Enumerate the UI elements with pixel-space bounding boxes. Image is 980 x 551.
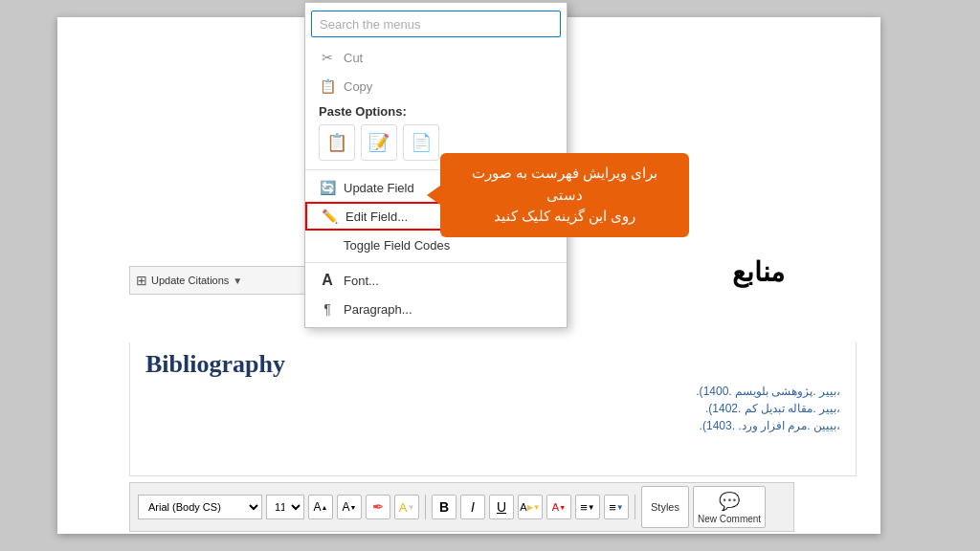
callout-line2: روی این گزینه کلیک کنید [454,206,676,228]
font-shrink-button[interactable]: A▼ [337,495,362,519]
edit-field-icon: ✏️ [321,208,338,225]
styles-label: Styles [651,501,679,513]
bib-line-3: ،بییین .مرم افزار ورد. .1403). [130,417,856,434]
paste-keep-source-button[interactable]: 📋 [319,124,355,161]
underline-button[interactable]: U [489,495,514,519]
comment-icon: 💬 [719,491,740,512]
cut-icon: ✂ [319,49,336,66]
toggle-field-icon [319,236,336,253]
font-menu-item[interactable]: A Font... [305,266,567,295]
dropdown-arrow-icon: ▼ [233,276,242,286]
toggle-field-codes-label: Toggle Field Codes [344,238,450,253]
font-label: Font... [344,274,379,288]
highlight-color-button[interactable]: A▶▼ [518,495,543,519]
format-toolbar: Arial (Body CS) 11 A▲ A▼ ✒ A▼ B I U A▶▼ … [129,482,794,532]
numbering-button[interactable]: ≡▼ [604,495,629,519]
font-menu-icon: A [319,272,336,289]
text-effects-button[interactable]: A▼ [394,495,419,519]
callout-box: برای ویرایش فهرست به صورت دستی روی این گ… [440,153,689,237]
bullets-button[interactable]: ≡▼ [575,495,600,519]
font-grow-button[interactable]: A▲ [308,495,333,519]
update-citations-label: Update Citations [151,275,229,286]
callout-line1: برای ویرایش فهرست به صورت دستی [454,163,676,206]
paste-merge-button[interactable]: 📝 [361,124,397,161]
styles-button[interactable]: Styles [641,486,689,528]
callout-arrow [427,186,440,205]
new-comment-button[interactable]: 💬 New Comment [693,486,766,528]
menu-search-box[interactable]: Search the menus [311,11,561,37]
paragraph-menu-icon: ¶ [319,300,336,318]
cut-menu-item[interactable]: ✂ Cut [305,43,567,72]
bibliography-title: Bibliography [130,342,856,383]
update-field-icon: 🔄 [319,179,336,196]
bold-button[interactable]: B [432,495,457,519]
paste-merge-icon: 📝 [368,132,390,153]
paragraph-label: Paragraph... [344,302,412,317]
toolbar-divider-2 [635,495,635,519]
font-name-dropdown[interactable]: Arial (Body CS) [138,495,262,519]
paragraph-menu-item[interactable]: ¶ Paragraph... [305,295,567,323]
edit-field-label: Edit Field... [345,209,408,224]
copy-icon: 📋 [319,77,336,95]
update-field-label: Update Field [344,181,414,195]
bibliography-box: Bibliography ،بییر .پژوهشی بلویسم .1400)… [129,342,857,476]
paste-text-icon: 📄 [411,132,432,153]
bib-line-1: ،بییر .پژوهشی بلویسم .1400). [130,383,856,400]
cut-label: Cut [344,51,363,65]
font-color-button[interactable]: A▼ [546,495,571,519]
paste-options-label: Paste Options: [305,100,567,122]
clear-format-button[interactable]: ✒ [366,495,390,519]
copy-menu-item[interactable]: 📋 Copy [305,72,567,100]
copy-label: Copy [344,79,372,94]
grid-icon: ⊞ [136,273,147,288]
paste-text-only-button[interactable]: 📄 [403,124,439,161]
menu-separator-2 [305,262,567,263]
toolbar-divider-1 [425,495,426,519]
new-comment-label: New Comment [698,514,761,524]
italic-button[interactable]: I [460,495,485,519]
search-placeholder-text: Search the menus [320,17,421,32]
font-size-dropdown[interactable]: 11 [266,495,304,519]
paste-source-icon: 📋 [326,132,347,153]
bib-line-2: ،بییر .مقاله تبدیل کم .1402). [130,400,856,417]
manabe-heading: منابع [732,256,785,288]
